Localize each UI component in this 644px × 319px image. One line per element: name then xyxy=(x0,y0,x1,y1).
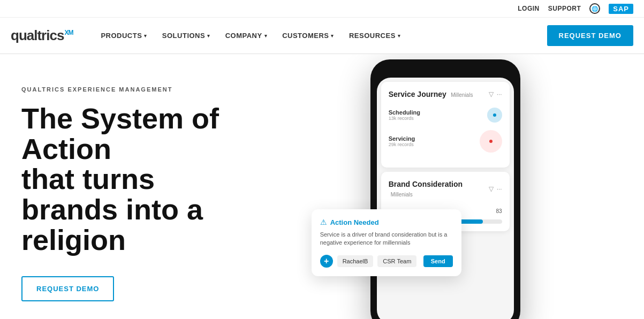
action-needed-card: ⚠ Action Needed Service is a driver of b… xyxy=(312,209,461,276)
servicing-row: Servicing 29k records xyxy=(389,130,502,153)
sap-logo: SAP xyxy=(609,4,633,14)
hero-headline: The System of Action that turns brands i… xyxy=(21,103,300,255)
support-link[interactable]: SUPPORT xyxy=(548,5,581,12)
csr-team-tag[interactable]: CSR Team xyxy=(377,255,416,267)
chevron-down-icon: ▾ xyxy=(398,33,401,39)
logo[interactable]: qualtricsXM xyxy=(11,27,73,44)
servicing-sub: 29k records xyxy=(389,142,415,147)
send-button[interactable]: Send xyxy=(423,255,453,267)
service-journey-card: Service Journey Millenials ▽ ··· Schedul… xyxy=(381,82,510,168)
bubble-dot xyxy=(493,113,496,117)
phone-mockup: Service Journey Millenials ▽ ··· Schedul… xyxy=(370,59,520,319)
card-title-area: Service Journey Millenials xyxy=(389,89,473,99)
add-person-button[interactable]: + xyxy=(320,255,333,268)
brand-title-area: Brand Consideration Millenials xyxy=(389,179,489,199)
chevron-down-icon: ▾ xyxy=(144,33,147,39)
servicing-label-area: Servicing 29k records xyxy=(389,135,415,147)
brand-title: Brand Consideration xyxy=(389,180,463,188)
chevron-down-icon: ▾ xyxy=(264,33,268,39)
scheduling-label: Scheduling xyxy=(389,109,420,116)
phone-screen: Service Journey Millenials ▽ ··· Schedul… xyxy=(377,78,514,319)
hero-section: QUALTRICS EXPERIENCE MANAGEMENT The Syst… xyxy=(0,54,644,319)
logo-text: qualtricsXM xyxy=(11,27,73,44)
hero-left: QUALTRICS EXPERIENCE MANAGEMENT The Syst… xyxy=(0,54,354,319)
action-desc: Service is a driver of brand considerati… xyxy=(320,231,453,247)
nav-customers[interactable]: CUSTOMERS ▾ xyxy=(276,27,340,44)
chevron-down-icon: ▾ xyxy=(207,33,210,39)
card-actions: ▽ ··· xyxy=(489,90,502,98)
main-nav: qualtricsXM PRODUCTS ▾ SOLUTIONS ▾ COMPA… xyxy=(0,18,644,54)
rachaelb-tag[interactable]: RachaelB xyxy=(337,255,374,267)
card-header: Service Journey Millenials ▽ ··· xyxy=(389,89,502,99)
chevron-down-icon: ▾ xyxy=(331,33,334,39)
nav-request-demo-button[interactable]: REQUEST DEMO xyxy=(547,25,633,46)
servicing-label: Servicing xyxy=(389,135,415,142)
filter-icon[interactable]: ▽ xyxy=(489,185,494,193)
scheduling-sub: 13k records xyxy=(389,116,420,121)
nav-resources[interactable]: RESOURCES ▾ xyxy=(343,27,407,44)
action-footer: + RachaelB CSR Team Send xyxy=(320,255,453,268)
filter-icon[interactable]: ▽ xyxy=(489,90,494,98)
nav-products[interactable]: PRODUCTS ▾ xyxy=(94,27,153,44)
card-subtitle: Millenials xyxy=(451,92,473,98)
brand-card-actions: ▽ ··· xyxy=(489,185,502,193)
nav-solutions[interactable]: SOLUTIONS ▾ xyxy=(156,27,217,44)
scheduling-row: Scheduling 13k records xyxy=(389,108,502,123)
logo-xm-text: XM xyxy=(64,29,73,36)
login-link[interactable]: LOGIN xyxy=(518,5,540,12)
hero-right: Service Journey Millenials ▽ ··· Schedul… xyxy=(354,54,644,319)
notch-cutout xyxy=(419,66,472,78)
nav-links: PRODUCTS ▾ SOLUTIONS ▾ COMPANY ▾ CUSTOME… xyxy=(94,27,547,44)
more-icon[interactable]: ··· xyxy=(497,185,502,193)
action-card-header: ⚠ Action Needed xyxy=(320,218,453,226)
globe-icon[interactable]: 🌐 xyxy=(589,3,600,14)
top-bar: LOGIN SUPPORT 🌐 SAP xyxy=(0,0,644,18)
phone-notch xyxy=(377,66,514,78)
scheduling-label-area: Scheduling 13k records xyxy=(389,109,420,121)
bubble-dot-red xyxy=(489,140,493,143)
more-icon[interactable]: ··· xyxy=(497,90,502,98)
hero-request-demo-button[interactable]: REQUEST DEMO xyxy=(21,276,114,301)
scheduling-bubble xyxy=(487,108,502,123)
card-title: Service Journey xyxy=(389,90,446,98)
brand-card-header: Brand Consideration Millenials ▽ ··· xyxy=(389,179,502,199)
warning-icon: ⚠ xyxy=(320,218,327,226)
action-needed-label: Action Needed xyxy=(330,218,379,226)
servicing-bubble xyxy=(480,130,502,153)
hero-eyebrow: QUALTRICS EXPERIENCE MANAGEMENT xyxy=(21,86,322,93)
trust-value: 83 xyxy=(496,208,502,214)
brand-subtitle: Millenials xyxy=(391,192,413,198)
nav-company[interactable]: COMPANY ▾ xyxy=(219,27,274,44)
